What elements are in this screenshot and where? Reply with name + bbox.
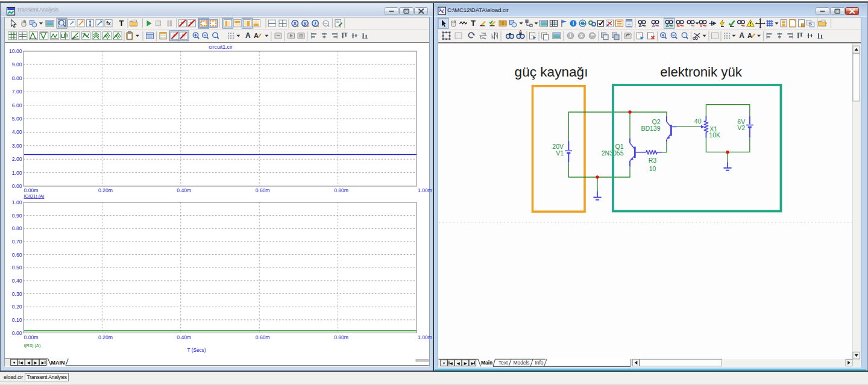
svg-text:◀: ◀ xyxy=(449,362,453,365)
svg-text:V2: V2 xyxy=(737,124,745,131)
svg-text:10.00: 10.00 xyxy=(9,48,22,54)
svg-text:i(R3) (A): i(R3) (A) xyxy=(24,343,41,348)
svg-text:0.40: 0.40 xyxy=(12,278,22,284)
svg-text:MAIN: MAIN xyxy=(51,360,65,366)
svg-text:0.70: 0.70 xyxy=(12,239,22,245)
svg-text:A: A xyxy=(665,23,668,28)
svg-text:A: A xyxy=(254,32,259,39)
svg-text:40: 40 xyxy=(694,117,702,125)
svg-text:circuit1.cir: circuit1.cir xyxy=(209,44,233,50)
svg-text:0.00m: 0.00m xyxy=(24,187,39,193)
svg-text:◀: ◀ xyxy=(456,362,460,365)
svg-text:Text: Text xyxy=(498,360,508,366)
svg-text:3.00: 3.00 xyxy=(12,143,22,149)
svg-text:5.00: 5.00 xyxy=(12,116,22,122)
svg-text:A: A xyxy=(652,23,655,28)
svg-text:0.60: 0.60 xyxy=(12,252,22,258)
svg-text:0.40m: 0.40m xyxy=(177,187,191,193)
svg-text:10: 10 xyxy=(649,165,656,172)
svg-text:elektronik yük: elektronik yük xyxy=(660,64,743,80)
svg-text:T: T xyxy=(471,19,476,28)
svg-text:güç kaynağı: güç kaynağı xyxy=(515,64,588,80)
svg-text:9.00: 9.00 xyxy=(12,61,22,67)
svg-text:8.00: 8.00 xyxy=(12,75,22,81)
svg-text:0.00: 0.00 xyxy=(12,330,22,336)
svg-text:T: T xyxy=(119,19,124,28)
svg-text:1.00m: 1.00m xyxy=(418,334,432,340)
svg-text:◀: ◀ xyxy=(27,361,30,365)
svg-text:1.00: 1.00 xyxy=(12,199,22,205)
svg-text:N: N xyxy=(676,23,679,28)
svg-text:i: i xyxy=(570,33,571,39)
svg-text:7.00: 7.00 xyxy=(12,89,22,95)
svg-text:V: V xyxy=(700,23,703,28)
svg-text:A: A xyxy=(638,23,641,28)
svg-text:2.00: 2.00 xyxy=(12,156,22,162)
svg-text:=: = xyxy=(591,33,594,39)
svg-text:0.00: 0.00 xyxy=(12,183,22,189)
svg-text:▶: ▶ xyxy=(41,361,45,365)
svg-text:10K: 10K xyxy=(709,131,720,139)
svg-text:Main: Main xyxy=(481,360,492,366)
svg-text:4.00: 4.00 xyxy=(12,129,22,135)
svg-text:◀: ◀ xyxy=(19,361,23,365)
svg-text:0.80m: 0.80m xyxy=(334,187,348,193)
svg-text:fx: fx xyxy=(106,20,111,27)
svg-text:▶: ▶ xyxy=(470,362,474,365)
svg-text:Models: Models xyxy=(514,360,530,366)
svg-text:0.40m: 0.40m xyxy=(177,334,191,340)
svg-text:0.30: 0.30 xyxy=(12,291,22,297)
svg-text:IC(Q1) (A): IC(Q1) (A) xyxy=(24,193,45,199)
svg-text:0.20m: 0.20m xyxy=(98,334,113,340)
svg-text:Info: Info xyxy=(535,360,544,366)
svg-text:0.90: 0.90 xyxy=(12,213,22,219)
svg-text:R3: R3 xyxy=(649,157,657,164)
svg-text:0.20m: 0.20m xyxy=(98,187,113,193)
svg-text:A: A xyxy=(747,32,752,39)
svg-text:V1: V1 xyxy=(556,149,564,157)
svg-text:0.50: 0.50 xyxy=(12,264,22,271)
svg-text:0.80m: 0.80m xyxy=(334,334,348,340)
svg-text:1.00: 1.00 xyxy=(12,170,22,176)
svg-text:0.60m: 0.60m xyxy=(256,187,270,193)
svg-text:A: A xyxy=(739,31,744,40)
svg-text:6.00: 6.00 xyxy=(12,102,22,108)
svg-text:ƒ: ƒ xyxy=(314,20,316,26)
svg-text:▶: ▶ xyxy=(464,362,467,365)
svg-text:▶: ▶ xyxy=(34,361,37,365)
svg-text:0.00m: 0.00m xyxy=(24,334,39,340)
svg-text:T (Secs): T (Secs) xyxy=(187,348,206,353)
svg-text:0.20: 0.20 xyxy=(12,304,22,310)
svg-text:1.00m: 1.00m xyxy=(418,187,432,193)
svg-text:0.80: 0.80 xyxy=(12,225,22,231)
svg-text:A: A xyxy=(245,31,251,40)
svg-text:A: A xyxy=(519,30,522,34)
svg-text:BD139: BD139 xyxy=(641,125,660,132)
svg-text:i: i xyxy=(573,20,574,27)
svg-text:x: x xyxy=(580,33,583,39)
svg-text:0.10: 0.10 xyxy=(12,317,22,323)
svg-text:0.60m: 0.60m xyxy=(256,334,270,340)
